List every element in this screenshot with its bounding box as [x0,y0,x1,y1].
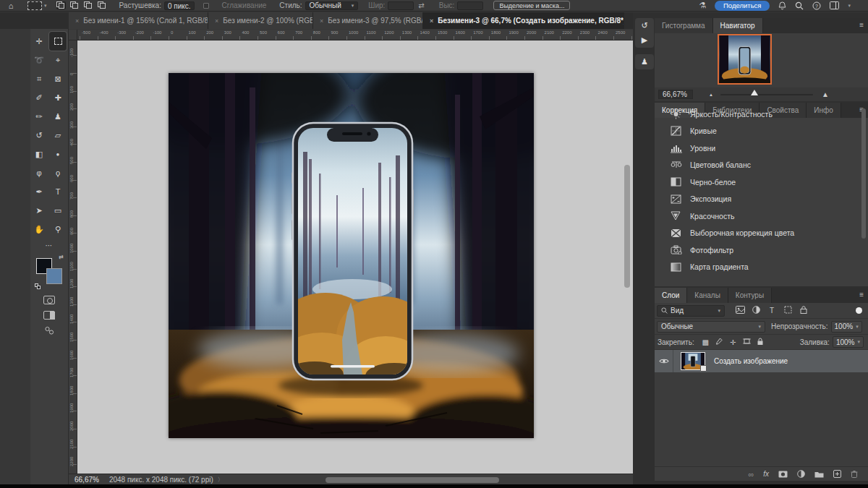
document-tab-3[interactable]: ×Без имени-3 @ 97,5% (RGB/8*... [313,12,423,29]
adjustment-exposure[interactable]: Экспозиция [655,191,868,207]
new-selection-mode-button[interactable] [56,1,66,9]
beta-flask-icon[interactable]: ⚗ [699,1,706,10]
close-icon[interactable]: × [320,17,323,25]
default-colors-icon[interactable] [35,283,41,290]
adjustment-curves[interactable]: Кривые [655,123,868,140]
type-tool[interactable]: T [49,182,67,201]
swap-colors-icon[interactable]: ⇄ [59,254,64,260]
frame-tool[interactable]: ⊠ [49,69,67,88]
dodge-tool[interactable]: φ [30,163,48,182]
layer-filter-toggle[interactable] [856,307,862,314]
tab-paths[interactable]: Контуры [728,288,772,303]
vertical-scrollbar[interactable] [624,165,630,288]
layer-visibility-eye-icon[interactable] [655,350,673,372]
filter-type-layers-icon[interactable]: T [764,307,780,314]
three-d-icon[interactable] [44,326,55,335]
shape-tool[interactable]: ▭ [49,201,67,220]
canvas-image-forest-phone[interactable] [169,73,534,438]
move-tool[interactable]: ✛ [30,32,48,51]
adjustment-vibrance[interactable]: Красочность [655,207,868,224]
pen-tool[interactable]: ✒ [30,182,48,201]
add-to-selection-mode-button[interactable] [70,1,80,9]
adjustment-black-white[interactable]: Черно-белое [655,174,868,190]
clone-stamp-tool[interactable]: ♟ [49,107,67,126]
document-tab-1[interactable]: ×Без имени-1 @ 156% (Слой 1, RGB/8... [69,12,208,29]
swap-dimensions-icon[interactable]: ⇄ [418,1,424,9]
close-icon[interactable]: × [430,17,433,25]
width-input[interactable] [388,1,414,10]
actions-panel-icon[interactable]: ▶ [642,36,647,44]
tool-preset-chevron-icon[interactable]: ▾ [44,3,47,9]
zoom-tool[interactable]: ⚲ [49,220,67,239]
notifications-bell-icon[interactable] [778,1,786,10]
adjustment-levels[interactable]: Уровни [655,140,868,156]
navigator-zoom-field[interactable]: 66,67% [658,90,693,99]
status-chevron-icon[interactable]: 〉 [218,476,224,484]
tab-layers[interactable]: Слои [655,288,687,303]
horizontal-ruler[interactable]: -500-400-300-200-10001002003004005006007… [77,30,633,40]
slider-thumb[interactable] [751,90,758,95]
quick-mask-icon[interactable] [43,296,55,304]
ruler-corner[interactable] [69,30,77,40]
filter-smart-objects-icon[interactable] [796,306,812,315]
style-select[interactable]: Обычный [305,1,359,10]
workspace-chevron-icon[interactable]: ▾ [848,3,851,9]
feather-input[interactable]: 0 пикс. [164,1,195,10]
horizontal-scrollbar[interactable] [326,477,499,483]
navigator-zoom-slider[interactable] [720,94,813,95]
search-icon[interactable] [795,1,804,10]
panel-menu-icon[interactable]: ≡ [859,291,864,299]
layer-style-fx-icon[interactable]: fx [763,470,769,478]
home-icon[interactable]: ⌂ [0,1,22,10]
object-selection-tool[interactable]: ⌖ [49,51,67,69]
new-layer-icon[interactable] [833,470,841,478]
workspace-icon[interactable] [830,1,839,9]
blend-mode-select[interactable]: Обычные [657,321,765,333]
adjustment-photo-filter[interactable]: Фотофильтр [655,241,868,258]
lock-transparency-icon[interactable]: ▩ [699,338,712,346]
new-group-folder-icon[interactable] [814,471,824,478]
tab-channels[interactable]: Каналы [687,288,728,303]
share-button[interactable]: Поделиться [715,1,770,11]
eyedropper-tool[interactable]: ✐ [30,88,48,107]
layer-thumbnail[interactable] [681,352,705,370]
blur-tool[interactable]: ● [49,145,67,163]
zoom-out-icon[interactable]: ▲ [709,93,713,97]
link-layers-icon[interactable]: ∞ [748,470,754,479]
navigator-thumbnail[interactable] [719,35,770,83]
adjustments-scrollbar[interactable] [861,118,866,239]
hand-tool[interactable]: ✋ [30,220,48,239]
active-tool-icon[interactable] [27,1,42,10]
burn-tool[interactable]: ϙ [49,163,67,182]
opacity-value[interactable]: 100% [831,321,862,333]
adjustment-brightness-contrast[interactable]: Яркость/Контрастность [655,118,868,122]
gradient-tool[interactable]: ◧ [30,145,48,163]
layers-empty-area[interactable] [655,372,868,466]
edit-toolbar-ellipsis-icon[interactable]: ⋯ [30,239,68,252]
height-input[interactable] [457,1,483,10]
tab-histogram[interactable]: Гистограмма [655,18,713,33]
delete-layer-trash-icon[interactable] [851,470,858,478]
zoom-level-field[interactable]: 66,67% [75,476,99,484]
adjustment-color-balance[interactable]: Цветовой баланс [655,157,868,174]
close-icon[interactable]: × [215,17,218,25]
adjustment-selective-color[interactable]: Выборочная коррекция цвета [655,225,868,241]
zoom-in-icon[interactable]: ▲ [822,90,829,98]
history-brush-tool[interactable]: ↺ [30,126,48,145]
history-panel-icon[interactable]: ↺ [641,22,647,30]
adjustment-gradient-map[interactable]: Карта градиента [655,259,868,275]
lock-all-icon[interactable] [754,338,767,347]
new-adjustment-layer-icon[interactable] [797,470,805,478]
lock-artboard-icon[interactable] [740,338,754,346]
fill-value[interactable]: 100% [833,336,864,348]
subtract-from-selection-mode-button[interactable] [84,1,93,9]
background-color-swatch[interactable] [46,268,62,284]
clone-source-panel-icon[interactable]: ♟ [641,58,648,66]
layer-filter-select[interactable]: Вид [657,305,725,317]
rectangular-marquee-tool[interactable] [49,32,67,51]
canvas-pasteboard[interactable] [77,40,633,474]
filter-pixel-layers-icon[interactable] [732,306,748,315]
close-icon[interactable]: × [75,17,79,25]
help-icon[interactable]: ? [812,1,821,10]
filter-adjustment-layers-icon[interactable] [748,306,764,315]
